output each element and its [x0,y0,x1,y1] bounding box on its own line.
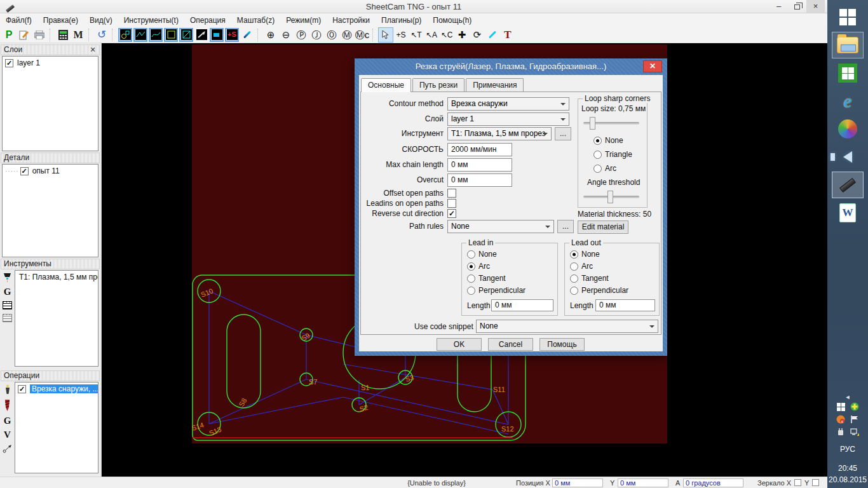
close-button[interactable]: × [806,0,825,13]
cancel-button[interactable]: Cancel [488,338,533,351]
lead-in-tangent-radio[interactable]: Tangent [467,274,506,283]
path-rules-more-button[interactable]: ... [557,220,574,233]
gcode-tool-icon[interactable]: G [4,287,11,297]
lead-in-none-radio[interactable]: None [467,250,497,259]
use-code-snippet-dropdown[interactable]: None [476,320,658,333]
zoom-machine-material-button[interactable]: Ⓜc [355,27,370,43]
lead-in-perpendicular-radio[interactable]: Perpendicular [467,286,526,295]
start-button[interactable] [832,4,864,30]
lead-out-tangent-radio[interactable]: Tangent [570,274,609,283]
drill-operation-icon[interactable] [4,400,10,412]
clock-time[interactable]: 20:45 [838,464,857,473]
zoom-job-button[interactable]: Ⓙ [309,27,324,43]
lead-in-length-input[interactable]: 0 мм [491,299,553,311]
menu-view[interactable]: Вид(v) [84,15,118,26]
clock-date[interactable]: 20.08.2015 [829,475,867,484]
toggle-show-parts-button[interactable] [118,28,132,42]
menu-help[interactable]: Помощь(h) [427,15,477,26]
jet-cut-operation-icon[interactable] [3,384,12,395]
gcode-operation-icon[interactable]: G [4,416,11,426]
toggle-show-cut-paths-button[interactable] [133,28,147,42]
menu-plugins[interactable]: Плагины(p) [376,15,427,26]
select-contour-tool[interactable]: ↖C [439,27,454,43]
lead-out-arc-radio[interactable]: Arc [570,262,593,271]
text-tool-button[interactable]: T [500,27,515,43]
restore-button[interactable] [788,0,806,13]
layer-checkbox[interactable]: ✓ [5,59,13,67]
title-bar[interactable]: SheetCam TNG - опыт 11 – × [0,0,827,13]
contour-method-dropdown[interactable]: Врезка снаружи [447,97,569,111]
path-rules-dropdown[interactable]: None [447,220,554,233]
windows-tray-icon[interactable] [836,402,845,411]
part-checkbox[interactable]: ✓ [20,167,29,175]
reverse-cut-direction-checkbox[interactable]: ✓ [447,209,456,218]
lead-out-perpendicular-radio[interactable]: Perpendicular [570,286,628,295]
loop-none-radio[interactable]: None [593,136,623,145]
zoom-machine-button[interactable]: Ⓜ [339,27,355,43]
windows-store-button[interactable] [832,60,864,86]
loop-triangle-radio[interactable]: Triangle [593,150,632,159]
menu-edit[interactable]: Правка(e) [37,15,84,26]
menu-operation[interactable]: Операция [184,15,231,26]
dialog-title-bar[interactable]: Резка струёй(Лазер, Плазма, Гидроабразив… [355,58,667,75]
tool-list-item[interactable]: Т1: Плазма, 1,5 мм прорез [15,271,98,282]
select-tool-button[interactable] [378,27,393,43]
post-process-button[interactable]: P [1,27,17,43]
menu-scale[interactable]: Маштаб(z) [231,15,280,26]
toggle-show-rapids-button[interactable] [149,28,163,42]
operation-list-item[interactable]: ✓ Врезка снаружи, ... [15,383,98,394]
file-explorer-button[interactable] [832,32,864,58]
material-button[interactable]: M [71,27,86,43]
media-app-button[interactable] [832,116,864,142]
mirror-x-checkbox[interactable] [794,479,801,486]
loop-arc-radio[interactable]: Arc [593,164,616,173]
update-tray-icon[interactable] [850,402,859,411]
angle-threshold-slider[interactable] [583,196,639,198]
menu-settings[interactable]: Настройки [327,15,376,26]
help-button[interactable]: Помощь [539,338,585,351]
zoom-out-button[interactable]: ⊖ [278,27,294,43]
loop-size-slider-thumb[interactable] [590,117,595,130]
minimize-button[interactable]: – [770,0,788,13]
volume-mixer-button[interactable] [832,144,864,170]
word-app-button[interactable]: W [832,200,864,226]
show-hidden-icons-button[interactable]: ◄ [845,394,851,400]
menu-file[interactable]: Файл(f) [0,15,37,26]
menu-tools[interactable]: Инструменты(t) [118,15,184,26]
undo-button[interactable]: ↺ [94,27,109,43]
set-start-point-tool[interactable]: +S [393,27,409,43]
mirror-y-checkbox[interactable] [812,479,819,486]
overcut-input[interactable]: 0 мм [447,173,512,187]
layer-dropdown[interactable]: layer 1 [447,112,569,126]
tab-basic[interactable]: Основные [361,78,411,92]
speed-input[interactable]: 2000 мм/мин [447,143,512,156]
leadins-open-paths-checkbox[interactable] [447,199,456,208]
dialog-close-button[interactable]: ✕ [643,60,662,72]
toggle-show-start-point-button[interactable]: +S [225,28,239,42]
tool-dropdown[interactable]: Т1: Плазма, 1,5 мм прорез [447,127,552,140]
print-button[interactable] [32,27,47,43]
calculator-button[interactable] [55,27,71,43]
antivirus-tray-icon[interactable]: x [836,415,845,424]
internet-explorer-button[interactable]: e [832,88,864,114]
edit-material-button[interactable]: Edit material [578,220,628,234]
toggle-show-material-button[interactable] [164,28,178,42]
edit-document-button[interactable] [17,27,32,43]
tab-cut-path[interactable]: Путь резки [412,78,465,92]
part-list-item[interactable]: ····· ✓ опыт 11 [3,165,98,176]
move-part-tool[interactable]: ✚ [454,27,470,43]
max-chain-length-input[interactable]: 0 мм [447,158,512,172]
zoom-in-button[interactable]: ⊕ [263,27,278,43]
rotate-part-tool[interactable]: ⟳ [470,27,485,43]
edit-path-tool[interactable] [485,27,500,43]
tool-more-button[interactable]: ... [555,127,571,140]
power-tray-icon[interactable] [836,428,845,437]
toggle-show-direction-button[interactable] [194,28,208,42]
measure-tool-button[interactable] [240,27,255,43]
v-operation-icon[interactable]: V [4,430,11,440]
toggle-show-table-button[interactable] [210,28,224,42]
ok-button[interactable]: OK [437,338,482,351]
network-warning-tray-icon[interactable] [850,428,859,437]
zoom-material-button[interactable]: Ⓞ [324,27,339,43]
lead-out-none-radio[interactable]: None [570,250,600,259]
